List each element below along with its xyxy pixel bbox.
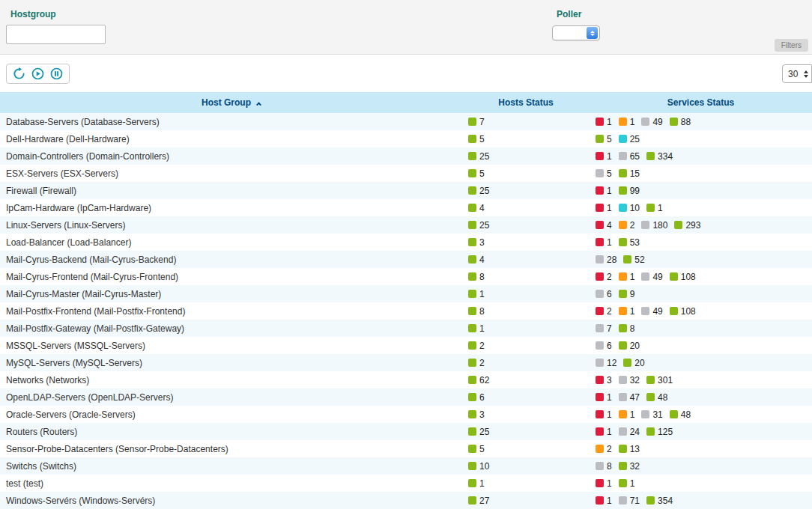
table-row[interactable]: Mail-Cyrus-Master (Mail-Cyrus-Master) 1 … [0,285,812,302]
hostgroup-name[interactable]: Mail-Postfix-Gateway (Mail-Postfix-Gatew… [0,323,462,334]
table-row[interactable]: Domain-Controllers (Domain-Controllers) … [0,147,812,165]
services-status-cell: 213 [590,444,812,454]
table-row[interactable]: Firewall (Firewall) 25 199 [0,182,812,199]
hostgroup-name[interactable]: Dell-Hardware (Dell-Hardware) [0,134,462,144]
red-status-square [596,496,604,505]
status-green: 20 [623,358,644,368]
status-count: 32 [630,375,640,385]
status-gray: 49 [641,117,662,127]
table-row[interactable]: Windows-Servérs (Windows-Servérs) 27 171… [0,492,812,509]
table-row[interactable]: ESX-Servers (ESX-Servers) 5 515 [0,165,812,182]
green-status-square [468,118,476,126]
table-row[interactable]: Linux-Servers (Linux-Servers) 25 4218029… [0,216,812,234]
status-count: 8 [479,272,485,282]
hostgroup-name[interactable]: Switchs (Switchs) [0,461,462,472]
red-status-square [596,410,604,418]
hostgroup-name[interactable]: Linux-Servers (Linux-Servers) [0,220,462,231]
hostgroup-name[interactable]: Windows-Servérs (Windows-Servérs) [0,496,462,506]
filters-button[interactable]: Filters [775,39,808,52]
table-row[interactable]: Mail-Cyrus-Frontend (Mail-Cyrus-Frontend… [0,268,812,285]
hostgroup-name[interactable]: Mail-Cyrus-Master (Mail-Cyrus-Master) [0,289,462,299]
red-status-square [596,393,604,401]
table-body: Database-Servers (Database-Servers) 7 11… [0,113,812,509]
hostgroup-name[interactable]: Mail-Postfix-Frontend (Mail-Postfix-Fron… [0,306,462,317]
status-orange: 1 [619,117,635,127]
table-row[interactable]: Networks (Networks) 62 332301 [0,371,812,388]
hostgroup-name[interactable]: Networks (Networks) [0,375,462,385]
red-status-square [596,204,604,212]
hosts-status-cell: 1 [462,289,590,299]
status-count: 48 [658,392,667,403]
table-row[interactable]: Switchs (Switchs) 10 832 [0,457,812,475]
table-row[interactable]: Mail-Postfix-Gateway (Mail-Postfix-Gatew… [0,320,812,337]
pause-icon[interactable] [50,67,63,80]
red-status-square [596,186,604,195]
column-header-hosts-status[interactable]: Hosts Status [462,97,590,108]
hostgroup-name[interactable]: Mail-Cyrus-Frontend (Mail-Cyrus-Frontend… [0,272,462,282]
hosts-status-cell: 25 [462,186,590,196]
hostgroup-name[interactable]: ESX-Servers (ESX-Servers) [0,168,462,179]
hostgroup-name[interactable]: Load-Balancer (Load-Balancer) [0,237,462,248]
green-status-square [468,186,476,195]
status-green: 32 [619,461,640,472]
gray-status-square [641,221,649,229]
hostgroup-name[interactable]: Firewall (Firewall) [0,186,462,196]
table-row[interactable]: MySQL-Servers (MySQL-Servers) 2 1220 [0,354,812,371]
column-header-services-status[interactable]: Services Status [590,97,812,108]
status-green: 25 [468,220,489,231]
hostgroup-name[interactable]: OpenLDAP-Servers (OpenLDAP-Servers) [0,392,462,403]
page-size-select[interactable]: 30 [782,64,812,83]
table-row[interactable]: Mail-Postfix-Frontend (Mail-Postfix-Fron… [0,302,812,320]
services-status-cell: 113148 [590,409,812,420]
hostgroup-name[interactable]: MySQL-Servers (MySQL-Servers) [0,358,462,368]
status-green: 3 [468,237,485,248]
table-row[interactable]: MSSQL-Servers (MSSQL-Servers) 2 620 [0,337,812,354]
table-row[interactable]: Load-Balancer (Load-Balancer) 3 153 [0,234,812,251]
status-count: 27 [479,496,489,506]
play-icon[interactable] [31,67,44,80]
hostgroup-name[interactable]: Mail-Cyrus-Backend (Mail-Cyrus-Backend) [0,255,462,265]
table-row[interactable]: Database-Servers (Database-Servers) 7 11… [0,113,812,130]
status-green: 13 [619,444,640,454]
table-row[interactable]: IpCam-Hardware (IpCam-Hardware) 4 1101 [0,199,812,216]
column-header-hostgroup[interactable]: Host Group [0,97,462,108]
table-row[interactable]: Sensor-Probe-Datacenters (Sensor-Probe-D… [0,440,812,457]
status-red: 1 [596,496,612,506]
red-status-square [596,118,604,126]
status-green: 108 [670,306,696,317]
status-gray: 49 [641,306,662,317]
hostgroup-name[interactable]: Oracle-Servers (Oracle-Servers) [0,409,462,420]
hostgroup-name[interactable]: test (test) [0,478,462,489]
green-status-square [468,427,476,436]
status-count: 49 [652,306,662,317]
green-status-square [623,359,631,367]
page-size-value: 30 [788,69,798,79]
table-row[interactable]: OpenLDAP-Servers (OpenLDAP-Servers) 6 14… [0,388,812,406]
poller-select[interactable] [552,25,600,40]
hosts-status-cell: 4 [462,255,590,265]
hostgroup-name[interactable]: Routers (Routers) [0,427,462,437]
hostgroup-name[interactable]: Sensor-Probe-Datacenters (Sensor-Probe-D… [0,444,462,454]
status-count: 6 [479,392,485,403]
hostgroup-name[interactable]: MSSQL-Servers (MSSQL-Servers) [0,341,462,351]
table-row[interactable]: Dell-Hardware (Dell-Hardware) 5 525 [0,130,812,147]
status-count: 1 [630,306,635,317]
hostgroup-name[interactable]: IpCam-Hardware (IpCam-Hardware) [0,203,462,213]
green-status-square [623,255,631,263]
table-row[interactable]: test (test) 1 11 [0,475,812,492]
table-row[interactable]: Routers (Routers) 25 124125 [0,423,812,440]
refresh-icon[interactable] [13,67,25,80]
table-row[interactable]: Oracle-Servers (Oracle-Servers) 3 113148 [0,406,812,423]
hosts-status-cell: 27 [462,496,590,506]
status-count: 5 [479,444,485,454]
hostgroup-input[interactable] [6,25,106,44]
services-status-cell: 832 [590,461,812,472]
table-row[interactable]: Mail-Cyrus-Backend (Mail-Cyrus-Backend) … [0,251,812,268]
status-count: 8 [607,461,612,472]
gray-status-square [619,393,627,401]
gray-status-square [596,255,604,263]
hostgroup-name[interactable]: Domain-Controllers (Domain-Controllers) [0,151,462,162]
hostgroup-name[interactable]: Database-Servers (Database-Servers) [0,117,462,127]
status-green: 1 [619,478,635,489]
hosts-status-cell: 10 [462,461,590,472]
